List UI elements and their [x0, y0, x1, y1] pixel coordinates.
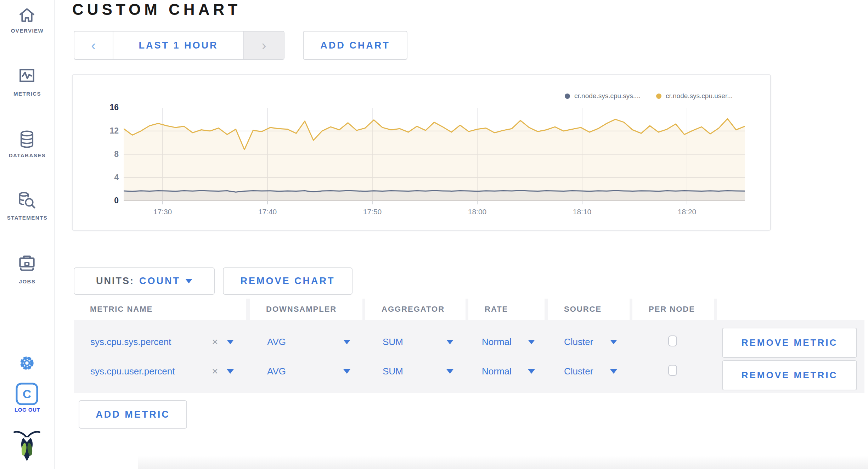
- source-value[interactable]: Cluster: [564, 336, 593, 348]
- aggregator-value[interactable]: SUM: [383, 365, 403, 377]
- caret-down-icon[interactable]: [343, 340, 350, 344]
- legend-item[interactable]: cr.node.sys.cpu.user...: [656, 92, 733, 100]
- metric-name-value[interactable]: sys.cpu.user.percent: [90, 365, 175, 377]
- sidebar-item-label: OVERVIEW: [0, 28, 55, 34]
- home-icon: [18, 6, 36, 23]
- column-header-metric-name: METRIC NAME: [74, 299, 246, 320]
- rate-value[interactable]: Normal: [482, 365, 512, 377]
- caret-down-icon[interactable]: [528, 340, 535, 344]
- sidebar: OVERVIEW METRICS DATABASES: [0, 0, 55, 469]
- remove-chart-label: REMOVE CHART: [240, 276, 335, 287]
- add-metric-label: ADD METRIC: [96, 409, 170, 420]
- column-header-actions: [717, 299, 864, 320]
- column-header-per-node: PER NODE: [632, 299, 714, 320]
- caret-down-icon[interactable]: [227, 340, 234, 344]
- time-range-next-button[interactable]: ›: [243, 32, 284, 59]
- column-header-source: SOURCE: [548, 299, 630, 320]
- caret-down-icon[interactable]: [610, 369, 617, 374]
- legend-dot-user: [656, 94, 661, 99]
- sidebar-item-label: STATEMENTS: [0, 215, 55, 221]
- remove-metric-button[interactable]: REMOVE METRIC: [722, 360, 857, 390]
- downsampler-value[interactable]: AVG: [267, 365, 286, 377]
- units-label: UNITS:: [96, 276, 134, 287]
- caret-down-icon[interactable]: [528, 369, 535, 374]
- caret-down-icon[interactable]: [446, 369, 453, 374]
- x-axis-tick: 18:10: [563, 208, 602, 217]
- statements-icon: [17, 191, 36, 211]
- bottom-scroll-shadow: [138, 456, 868, 469]
- chevron-left-icon: ‹: [91, 38, 96, 53]
- sidebar-item-label: JOBS: [0, 278, 55, 284]
- caret-down-icon[interactable]: [343, 369, 350, 374]
- sidebar-item-label: DATABASES: [0, 152, 55, 158]
- logout-label: LOG OUT: [0, 407, 55, 413]
- x-axis-tick: 17:50: [353, 208, 392, 217]
- page-title: CUSTOM CHART: [72, 1, 241, 18]
- gear-icon[interactable]: [18, 354, 36, 372]
- sidebar-item-label: METRICS: [0, 91, 55, 97]
- chevron-right-icon: ›: [261, 38, 266, 53]
- y-axis-tick: 0: [93, 196, 119, 206]
- clear-metric-icon[interactable]: ×: [212, 365, 218, 377]
- source-value[interactable]: Cluster: [564, 365, 593, 377]
- cockroach-c-icon: C: [16, 383, 38, 405]
- add-chart-button[interactable]: ADD CHART: [303, 31, 407, 60]
- timeseries-chart: [124, 108, 745, 205]
- time-range-dropdown[interactable]: LAST 1 HOUR: [113, 32, 243, 59]
- chart-legend: cr.node.sys.cpu.sys.... cr.node.sys.cpu.…: [565, 92, 733, 100]
- per-node-checkbox[interactable]: [668, 365, 677, 376]
- x-axis-tick: 17:30: [143, 208, 182, 217]
- x-axis-tick: 18:00: [458, 208, 497, 217]
- briefcase-icon: [18, 254, 36, 272]
- database-icon: [18, 130, 36, 149]
- caret-down-icon[interactable]: [446, 340, 453, 344]
- legend-dot-sys: [565, 94, 570, 99]
- metrics-icon: [18, 67, 36, 84]
- time-range-label: LAST 1 HOUR: [139, 40, 218, 51]
- legend-label: cr.node.sys.cpu.user...: [666, 92, 733, 100]
- time-range-selector: ‹ LAST 1 HOUR ›: [74, 31, 284, 60]
- downsampler-value[interactable]: AVG: [267, 336, 286, 348]
- legend-item[interactable]: cr.node.sys.cpu.sys....: [565, 92, 641, 100]
- column-header-aggregator: AGGREGATOR: [365, 299, 466, 320]
- column-header-downsampler: DOWNSAMPLER: [250, 299, 362, 320]
- units-dropdown[interactable]: UNITS: COUNT: [74, 267, 215, 295]
- remove-metric-label: REMOVE METRIC: [742, 337, 838, 348]
- x-axis-tick: 18:20: [667, 208, 706, 217]
- caret-down-icon: [185, 279, 192, 283]
- remove-chart-button[interactable]: REMOVE CHART: [223, 267, 353, 295]
- legend-label: cr.node.sys.cpu.sys....: [574, 92, 641, 100]
- clear-metric-icon[interactable]: ×: [212, 336, 218, 348]
- aggregator-value[interactable]: SUM: [383, 336, 403, 348]
- y-axis-tick: 12: [93, 126, 119, 136]
- y-axis-tick: 4: [93, 173, 119, 183]
- remove-metric-label: REMOVE METRIC: [742, 370, 838, 381]
- remove-metric-button[interactable]: REMOVE METRIC: [722, 328, 857, 358]
- caret-down-icon[interactable]: [227, 369, 234, 374]
- units-value: COUNT: [139, 276, 180, 287]
- x-axis-tick: 17:40: [248, 208, 287, 217]
- per-node-checkbox[interactable]: [668, 335, 677, 346]
- metric-name-value[interactable]: sys.cpu.sys.percent: [90, 336, 171, 348]
- add-metric-button[interactable]: ADD METRIC: [79, 400, 187, 429]
- chart-card: cr.node.sys.cpu.sys.... cr.node.sys.cpu.…: [72, 74, 771, 231]
- y-axis-tick: 8: [93, 149, 119, 159]
- svg-text:C: C: [23, 387, 32, 401]
- cockroachdb-logo: [13, 430, 40, 462]
- caret-down-icon[interactable]: [610, 340, 617, 344]
- rate-value[interactable]: Normal: [482, 336, 512, 348]
- y-axis-tick: 16: [93, 103, 119, 113]
- column-header-rate: RATE: [468, 299, 545, 320]
- add-chart-label: ADD CHART: [320, 40, 390, 51]
- time-range-prev-button[interactable]: ‹: [74, 32, 113, 59]
- custom-chart-page: OVERVIEW METRICS DATABASES: [0, 0, 868, 469]
